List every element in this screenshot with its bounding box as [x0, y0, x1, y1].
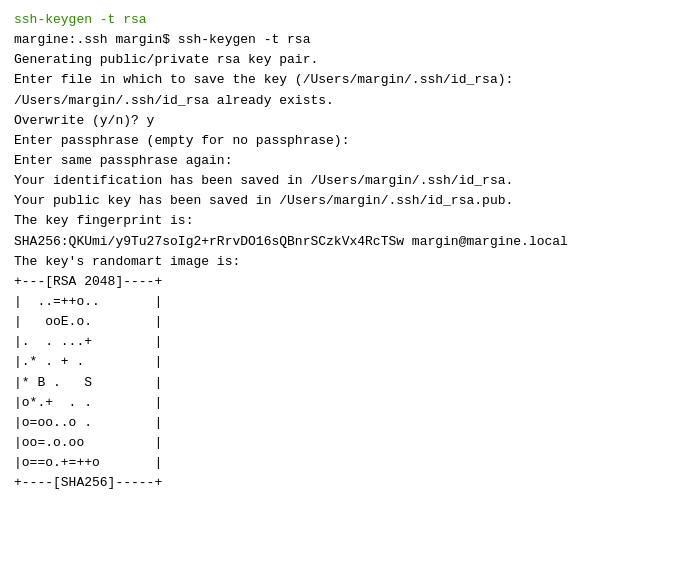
terminal-line-21: |oo=.o.oo |: [14, 433, 684, 453]
terminal-line-15: | ooE.o. |: [14, 312, 684, 332]
terminal-window: ssh-keygen -t rsamargine:.ssh margin$ ss…: [0, 0, 698, 580]
terminal-line-6: Enter passphrase (empty for no passphras…: [14, 131, 684, 151]
terminal-line-19: |o*.+ . . |: [14, 393, 684, 413]
terminal-line-0: ssh-keygen -t rsa: [14, 10, 684, 30]
terminal-line-9: Your public key has been saved in /Users…: [14, 191, 684, 211]
terminal-line-16: |. . ...+ |: [14, 332, 684, 352]
terminal-line-11: SHA256:QKUmi/y9Tu27soIg2+rRrvDO16sQBnrSC…: [14, 232, 684, 252]
terminal-line-5: Overwrite (y/n)? y: [14, 111, 684, 131]
terminal-line-10: The key fingerprint is:: [14, 211, 684, 231]
terminal-line-22: |o==o.+=++o |: [14, 453, 684, 473]
terminal-line-13: +---[RSA 2048]----+: [14, 272, 684, 292]
terminal-line-8: Your identification has been saved in /U…: [14, 171, 684, 191]
terminal-line-17: |.* . + . |: [14, 352, 684, 372]
terminal-line-4: /Users/margin/.ssh/id_rsa already exists…: [14, 91, 684, 111]
terminal-line-3: Enter file in which to save the key (/Us…: [14, 70, 684, 90]
terminal-line-20: |o=oo..o . |: [14, 413, 684, 433]
terminal-line-23: +----[SHA256]-----+: [14, 473, 684, 493]
terminal-line-12: The key's randomart image is:: [14, 252, 684, 272]
terminal-line-14: | ..=++o.. |: [14, 292, 684, 312]
terminal-line-18: |* B . S |: [14, 373, 684, 393]
terminal-line-2: Generating public/private rsa key pair.: [14, 50, 684, 70]
terminal-line-1: margine:.ssh margin$ ssh-keygen -t rsa: [14, 30, 684, 50]
terminal-line-7: Enter same passphrase again:: [14, 151, 684, 171]
